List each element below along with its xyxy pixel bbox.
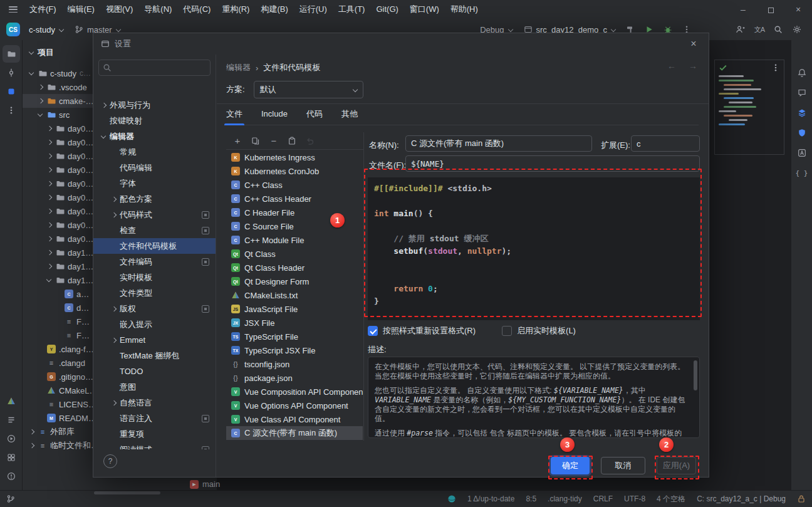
settings-tree-item[interactable]: 按键映射: [93, 113, 216, 128]
chevron-right-icon[interactable]: [110, 337, 117, 344]
template-list-item[interactable]: KKubernetes Ingress: [226, 150, 363, 164]
template-list-item[interactable]: VVue Composition API Component: [226, 385, 363, 399]
chevron-right-icon[interactable]: [45, 263, 53, 270]
template-list-item[interactable]: TSTypeScript File: [226, 330, 363, 343]
settings-tree-item[interactable]: 文件编码: [93, 254, 216, 269]
settings-tree-item[interactable]: TextMate 捆绑包: [93, 348, 216, 363]
chevron-down-icon[interactable]: [28, 70, 35, 77]
settings-tree-item[interactable]: 语言注入: [93, 410, 216, 426]
menubar-item[interactable]: 代码(C): [177, 0, 216, 19]
close-button[interactable]: ×: [784, 0, 812, 19]
revert-template-button[interactable]: [305, 136, 315, 146]
project-tool-icon[interactable]: [3, 45, 20, 63]
template-tab[interactable]: 其他: [341, 104, 358, 125]
settings-tree-item[interactable]: 文件和代码模板: [93, 238, 216, 254]
structure-tool-icon[interactable]: [3, 83, 20, 100]
help-button[interactable]: ?: [103, 454, 117, 468]
ok-button[interactable]: 确定: [551, 457, 590, 474]
template-list-item[interactable]: {}tsconfig.json: [226, 357, 363, 371]
statusbar-branch-icon[interactable]: [6, 494, 15, 503]
settings-tree-item[interactable]: 意图: [93, 379, 216, 395]
run-tool-icon[interactable]: [3, 430, 20, 447]
menubar-item[interactable]: 导航(N): [138, 0, 177, 19]
plugin-shield-icon[interactable]: [793, 124, 811, 142]
template-list-item[interactable]: VVue Class API Component: [226, 412, 363, 426]
translate-button[interactable]: 文A: [751, 21, 768, 38]
chevron-right-icon[interactable]: [110, 305, 117, 313]
copy-template-button[interactable]: [251, 136, 261, 146]
code-with-me-button[interactable]: [732, 21, 749, 38]
template-tab[interactable]: 代码: [306, 104, 323, 125]
extension-input[interactable]: [631, 135, 700, 152]
run-tool-window-tab[interactable]: ▶ main: [190, 479, 220, 489]
chevron-down-icon[interactable]: [100, 133, 107, 140]
forward-button[interactable]: →: [689, 61, 697, 71]
reformat-checkbox[interactable]: 按照样式重新设置格式(R): [368, 325, 476, 337]
settings-tree-item[interactable]: TODO: [93, 363, 216, 379]
settings-tree-item[interactable]: 嵌入提示: [93, 316, 216, 332]
project-selector[interactable]: c-study: [24, 21, 68, 38]
add-template-button[interactable]: +: [232, 136, 242, 146]
chevron-right-icon[interactable]: [45, 152, 53, 160]
menubar-item[interactable]: 文件(F): [24, 0, 62, 19]
chevron-right-icon[interactable]: [45, 235, 53, 243]
translate-panel-icon[interactable]: [793, 144, 811, 162]
chevron-right-icon[interactable]: [110, 196, 117, 203]
maximize-button[interactable]: [757, 0, 784, 19]
statusbar-item[interactable]: CRLF: [593, 494, 613, 503]
menubar-item[interactable]: 重构(R): [216, 0, 255, 19]
settings-tree-item[interactable]: 实时模板: [93, 269, 216, 285]
database-icon[interactable]: [793, 104, 811, 122]
menubar-item[interactable]: 编辑(E): [62, 0, 100, 19]
statusbar-item[interactable]: 8:5: [526, 494, 536, 503]
chevron-right-icon[interactable]: [110, 399, 117, 407]
template-tab[interactable]: Include: [261, 104, 288, 125]
template-list-item[interactable]: CMakeLists.txt: [226, 288, 363, 302]
braces-icon[interactable]: { }: [793, 164, 811, 182]
settings-tree-item[interactable]: 字体: [93, 175, 216, 191]
chevron-down-icon[interactable]: [45, 276, 53, 284]
statusbar-item[interactable]: C: src_day12_a_c | Debug: [697, 494, 786, 503]
plugin-status-icon[interactable]: [447, 494, 456, 503]
chevron-right-icon[interactable]: [45, 125, 53, 132]
chevron-right-icon[interactable]: [45, 180, 53, 187]
checkbox-box[interactable]: [368, 326, 378, 336]
main-menu-icon[interactable]: [9, 6, 18, 13]
inspections-ok-icon[interactable]: [719, 63, 727, 72]
chevron-right-icon[interactable]: [36, 83, 44, 91]
settings-tree-item[interactable]: 代码样式: [93, 207, 216, 222]
chevron-right-icon[interactable]: [28, 442, 35, 449]
settings-button[interactable]: [788, 21, 806, 38]
todo-tool-icon[interactable]: [3, 411, 20, 429]
dialog-titlebar[interactable]: 设置 ×: [93, 33, 709, 55]
template-list-item[interactable]: QtQt Class: [226, 247, 363, 261]
template-list-item[interactable]: CC++ Class: [226, 178, 363, 192]
commit-tool-icon[interactable]: [3, 64, 20, 81]
chevron-down-icon[interactable]: [36, 111, 44, 118]
settings-tree-item[interactable]: 重复项: [93, 426, 216, 442]
template-list-item[interactable]: QtQt Class Header: [226, 261, 363, 274]
back-button[interactable]: ←: [667, 61, 676, 71]
scheme-dropdown[interactable]: 默认: [254, 81, 363, 98]
template-list-item[interactable]: QtQt Designer Form: [226, 274, 363, 288]
editor-options-icon[interactable]: [771, 63, 780, 72]
settings-tree-item[interactable]: 版权: [93, 301, 216, 316]
more-tools-icon[interactable]: [3, 102, 20, 119]
template-list-item[interactable]: CC++ Class Header: [226, 192, 363, 206]
menubar-item[interactable]: 帮助(H): [445, 0, 484, 19]
minimize-button[interactable]: –: [729, 0, 757, 19]
template-list-item[interactable]: {}package.json: [226, 371, 363, 385]
chevron-right-icon[interactable]: [28, 428, 35, 436]
template-list-item[interactable]: JSJavaScript File: [226, 302, 363, 316]
statusbar-item[interactable]: .clang-tidy: [548, 494, 582, 503]
menubar-item[interactable]: 运行(U): [294, 0, 333, 19]
template-list-item[interactable]: TXTypeScript JSX File: [226, 343, 363, 357]
statusbar-item[interactable]: UTF-8: [624, 494, 645, 503]
filename-input[interactable]: [405, 155, 700, 172]
chevron-right-icon[interactable]: [45, 139, 53, 146]
settings-tree-item[interactable]: 文件类型: [93, 285, 216, 301]
chevron-right-icon[interactable]: [45, 194, 53, 201]
menubar-item[interactable]: 窗口(W): [404, 0, 445, 19]
template-list-item[interactable]: CC 源文件(带有 main 函数): [226, 426, 363, 440]
settings-tree-item[interactable]: 自然语言: [93, 395, 216, 410]
